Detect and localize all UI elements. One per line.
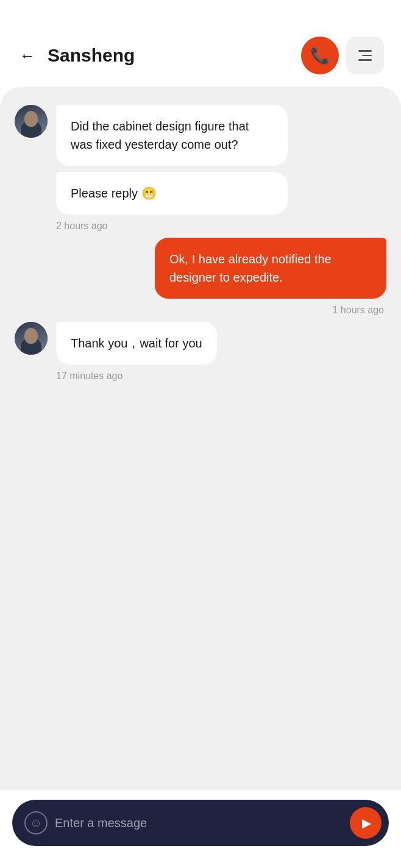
avatar-image-2 [15, 322, 48, 355]
message-input[interactable] [55, 816, 342, 830]
bubble-3: Thank you，wait for you [56, 322, 217, 365]
message-bubbles-3: Thank you，wait for you [56, 322, 217, 365]
avatar-image [15, 105, 48, 138]
timestamp-3: 17 minutes ago [15, 371, 122, 382]
back-arrow-icon: ← [20, 48, 35, 63]
phone-icon: 📞 [310, 46, 330, 65]
avatar-2 [15, 322, 48, 355]
message-row-1: Did the cabinet design figure that was f… [15, 105, 288, 215]
header: ← Sansheng 📞 [0, 0, 401, 87]
message-group-1: Did the cabinet design figure that was f… [15, 105, 386, 232]
input-bar-wrapper: ☺ ▶ [0, 790, 401, 868]
bubble-2: Ok, I have already notified the designer… [155, 238, 386, 299]
send-icon: ▶ [362, 816, 371, 830]
menu-line-1 [358, 50, 372, 52]
message-group-2: Ok, I have already notified the designer… [15, 238, 386, 316]
message-row-3: Thank you，wait for you [15, 322, 217, 365]
back-button[interactable]: ← [17, 45, 38, 66]
call-button[interactable]: 📞 [301, 37, 339, 74]
input-bar: ☺ ▶ [12, 800, 389, 846]
menu-button[interactable] [346, 37, 384, 74]
message-row-2: Ok, I have already notified the designer… [155, 238, 386, 299]
page-title: Sansheng [48, 45, 294, 66]
timestamp-2: 1 hours ago [332, 305, 386, 316]
menu-line-3 [358, 59, 372, 61]
message-group-3: Thank you，wait for you 17 minutes ago [15, 322, 386, 382]
emoji-button[interactable]: ☺ [24, 811, 48, 834]
bubble-1b: Please reply 😁 [56, 172, 288, 215]
avatar [15, 105, 48, 138]
menu-line-2 [362, 55, 372, 57]
send-button[interactable]: ▶ [350, 807, 381, 839]
chat-container: Did the cabinet design figure that was f… [0, 87, 401, 790]
emoji-icon: ☺ [24, 811, 48, 834]
timestamp-1: 2 hours ago [15, 221, 108, 232]
bubble-1a: Did the cabinet design figure that was f… [56, 105, 288, 166]
message-bubbles-1: Did the cabinet design figure that was f… [56, 105, 288, 215]
hamburger-icon [358, 50, 372, 61]
